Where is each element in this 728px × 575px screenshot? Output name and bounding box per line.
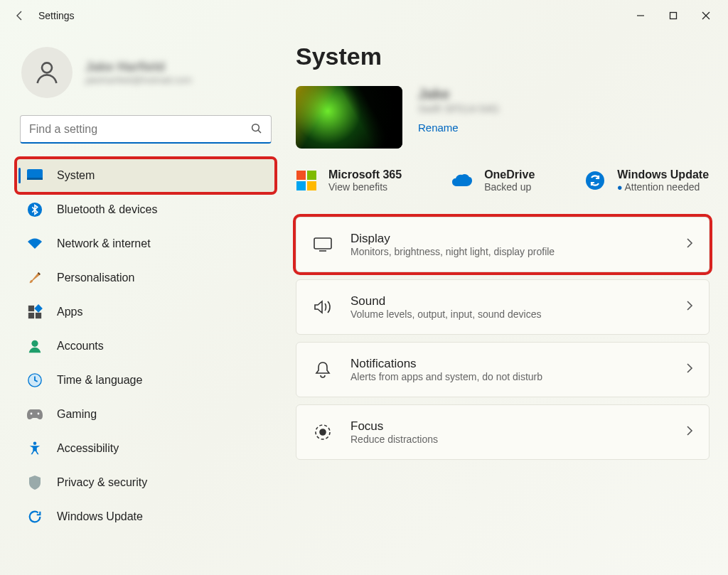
status-title: OneDrive	[484, 168, 535, 181]
bluetooth-icon	[26, 202, 44, 217]
status-sub: View benefits	[328, 181, 402, 193]
close-icon	[702, 11, 710, 20]
settings-cards: Display Monitors, brightness, night ligh…	[296, 217, 710, 460]
card-title: Display	[350, 232, 669, 246]
card-sub: Volume levels, output, input, sound devi…	[350, 308, 669, 320]
status-grid: Microsoft 365 View benefits OneDrive Bac…	[296, 168, 710, 193]
app-title: Settings	[38, 10, 75, 21]
svg-point-10	[31, 340, 38, 347]
page-title: System	[296, 43, 710, 70]
status-sub: Backed up	[484, 181, 535, 193]
sidebar-item-label: System	[57, 169, 95, 182]
clock-icon	[26, 372, 44, 388]
card-sub: Monitors, brightness, night light, displ…	[350, 246, 669, 257]
maximize-icon	[669, 11, 678, 20]
svg-rect-9	[36, 313, 41, 318]
accessibility-icon	[26, 441, 44, 456]
sidebar-item-accounts[interactable]: Accounts	[17, 330, 274, 362]
account-icon	[26, 338, 44, 354]
device-model: Swift SF514-54G	[418, 102, 499, 114]
rename-link[interactable]: Rename	[418, 122, 459, 134]
sidebar-item-update[interactable]: Windows Update	[17, 500, 274, 533]
svg-point-18	[320, 429, 326, 435]
sidebar-item-label: Bluetooth & devices	[57, 203, 157, 216]
sidebar-item-network[interactable]: Network & internet	[17, 227, 274, 260]
status-ms365[interactable]: Microsoft 365 View benefits	[296, 168, 402, 193]
back-arrow-icon	[14, 10, 26, 21]
sidebar-item-label: Personalisation	[57, 272, 134, 284]
svg-point-15	[586, 171, 604, 190]
card-sub: Reduce distractions	[350, 434, 669, 445]
window-controls	[624, 4, 722, 27]
sidebar-item-label: Network & internet	[57, 237, 151, 250]
titlebar: Settings	[0, 0, 728, 31]
sidebar-item-label: Gaming	[57, 408, 97, 421]
minimize-button[interactable]	[624, 4, 657, 27]
svg-rect-6	[28, 306, 34, 311]
sidebar-item-gaming[interactable]: Gaming	[17, 398, 274, 431]
chevron-right-icon	[686, 362, 693, 377]
focus-icon	[312, 424, 333, 441]
display-icon	[312, 237, 333, 252]
sidebar-item-label: Accessibility	[57, 442, 119, 455]
sidebar-item-privacy[interactable]: Privacy & security	[17, 466, 274, 499]
shield-icon	[26, 475, 44, 490]
status-onedrive[interactable]: OneDrive Backed up	[451, 168, 535, 193]
sidebar-item-apps[interactable]: Apps	[17, 296, 274, 328]
search-wrap	[20, 115, 272, 144]
profile-block[interactable]: Jake Harfield jakeharfield@hotmail.com	[17, 41, 274, 115]
profile-email: jakeharfield@hotmail.com	[85, 75, 192, 85]
main-content: System Jake Swift SF514-54G Rename Micro…	[284, 31, 721, 534]
svg-point-1	[42, 63, 52, 72]
brush-icon	[26, 270, 44, 286]
chevron-right-icon	[686, 300, 693, 314]
card-notifications[interactable]: Notifications Alerts from apps and syste…	[296, 342, 710, 397]
card-sound[interactable]: Sound Volume levels, output, input, soun…	[296, 279, 710, 335]
status-update[interactable]: Windows Update • Attention needed	[584, 168, 709, 193]
svg-rect-7	[34, 304, 43, 313]
device-name: Jake	[418, 86, 499, 102]
card-sub: Alerts from apps and system, do not dist…	[350, 371, 669, 382]
apps-icon	[26, 304, 44, 320]
svg-rect-8	[28, 313, 34, 318]
chevron-right-icon	[686, 237, 693, 252]
device-row: Jake Swift SF514-54G Rename	[296, 86, 710, 149]
close-button[interactable]	[690, 4, 722, 27]
sidebar-item-label: Accounts	[57, 340, 104, 353]
card-display[interactable]: Display Monitors, brightness, night ligh…	[296, 217, 710, 272]
microsoft-logo-icon	[296, 170, 317, 191]
sidebar-item-label: Apps	[57, 306, 82, 318]
windows-update-icon	[584, 170, 606, 191]
sidebar-item-personalisation[interactable]: Personalisation	[17, 262, 274, 294]
onedrive-icon	[451, 170, 473, 191]
avatar	[21, 47, 73, 98]
status-title: Microsoft 365	[328, 168, 402, 181]
sidebar-item-accessibility[interactable]: Accessibility	[17, 432, 274, 465]
profile-name: Jake Harfield	[85, 60, 192, 75]
system-icon	[26, 168, 44, 183]
sound-icon	[312, 299, 333, 315]
sidebar-item-bluetooth[interactable]: Bluetooth & devices	[17, 193, 274, 226]
sidebar-item-label: Time & language	[57, 374, 142, 387]
device-thumbnail	[296, 86, 402, 149]
status-sub: • Attention needed	[617, 181, 709, 193]
maximize-button[interactable]	[657, 4, 690, 27]
wifi-icon	[26, 237, 44, 251]
svg-rect-0	[670, 13, 677, 19]
card-focus[interactable]: Focus Reduce distractions	[296, 404, 710, 460]
back-button[interactable]	[6, 1, 34, 30]
search-input[interactable]	[20, 115, 272, 144]
svg-point-13	[31, 413, 33, 415]
gaming-icon	[26, 408, 44, 421]
card-title: Focus	[350, 419, 669, 434]
svg-rect-4	[27, 178, 43, 180]
sidebar-item-system[interactable]: System	[17, 159, 274, 192]
svg-rect-16	[314, 238, 331, 249]
update-icon	[26, 509, 44, 525]
bell-icon	[312, 361, 333, 378]
sidebar-item-time[interactable]: Time & language	[17, 364, 274, 397]
svg-point-14	[33, 441, 37, 445]
chevron-right-icon	[686, 425, 693, 439]
status-title: Windows Update	[617, 168, 709, 181]
svg-point-12	[38, 413, 40, 415]
